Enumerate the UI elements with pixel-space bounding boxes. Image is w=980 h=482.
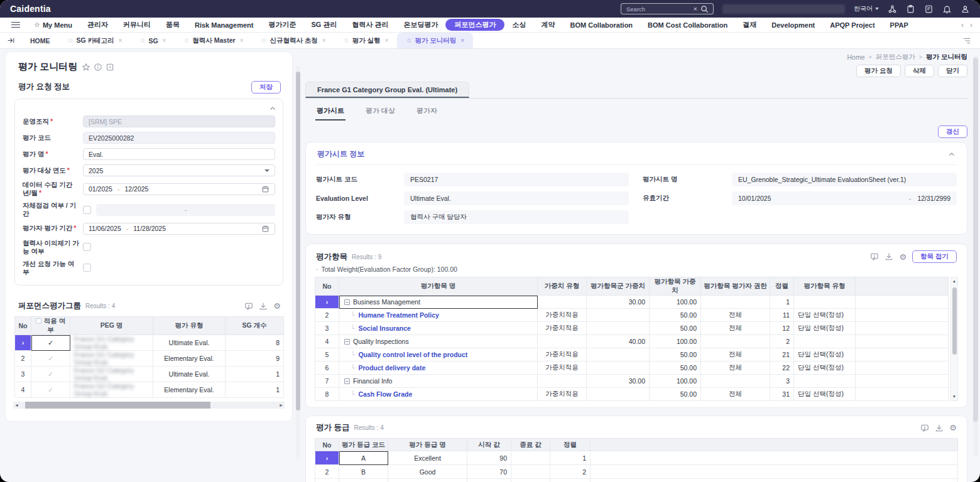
workspace-tab[interactable]: ☆ 평가 모니터링 × — [397, 33, 473, 48]
detail-tab[interactable]: 평가 대상 — [364, 102, 396, 120]
calendar-icon[interactable] — [261, 225, 270, 233]
item-name-cell[interactable]: └Cash Flow Grade — [339, 388, 538, 401]
menu-scroll-left-icon[interactable]: ‹ — [961, 21, 964, 29]
col-header[interactable]: 평가항목군 가중치 — [587, 277, 650, 296]
peg-name-cell[interactable]: France G1 Category Group Eval. — [70, 351, 153, 367]
settings-icon[interactable]: ⚙ — [949, 424, 957, 432]
end-value-cell[interactable] — [511, 479, 550, 482]
row-number-cell[interactable]: ›5 — [315, 348, 339, 362]
workspace-tab[interactable]: ☆ 신규협력사 초청 × — [252, 33, 334, 48]
scroll-right-icon[interactable]: ► — [278, 402, 285, 409]
scrollbar-thumb[interactable] — [952, 287, 957, 355]
sg-count-cell[interactable]: 1 — [226, 367, 284, 382]
favorite-icon[interactable]: ☆ — [344, 37, 349, 44]
menu-item[interactable]: ☆ PPAP — [883, 18, 916, 33]
col-header[interactable]: PEG 명 — [70, 317, 153, 335]
clear-search-icon[interactable]: × — [694, 6, 697, 13]
tab-list-icon[interactable] — [962, 33, 975, 48]
row-number-cell[interactable]: ›4 — [315, 335, 339, 348]
menu-item[interactable]: ☆ Development — [764, 18, 822, 33]
evaluation-item-row[interactable]: ›2 └Humane Treatment Policy 가중치적용 50.00 … — [315, 309, 949, 322]
col-header[interactable]: 정렬 — [550, 439, 591, 451]
item-name-cell[interactable]: Quality Inspections — [339, 335, 538, 348]
evaluation-item-row[interactable]: ›6 └Product delivery date 가중치적용 50.00 전체… — [315, 362, 949, 375]
row-number-cell[interactable]: ›7 — [315, 375, 339, 388]
item-type-cell[interactable]: 단일 선택(정성) — [794, 322, 856, 335]
manual-icon[interactable]: A — [106, 63, 114, 72]
row-number-cell[interactable]: ›3 — [315, 479, 339, 482]
close-icon[interactable]: × — [163, 37, 166, 44]
eval-type-cell[interactable]: Ultimate Eval. — [153, 367, 226, 382]
favorite-page-icon[interactable] — [82, 63, 90, 72]
col-header[interactable]: 가중치 유형 — [538, 277, 587, 296]
tree-collapse-icon[interactable] — [344, 299, 350, 305]
favorite-icon[interactable]: ☆ — [261, 37, 266, 44]
grade-code-cell[interactable]: B — [339, 465, 388, 479]
weight-type-cell[interactable] — [538, 296, 587, 309]
delete-button[interactable]: 삭제 — [905, 65, 934, 77]
item-weight-cell[interactable]: 100.00 — [650, 296, 701, 309]
self-check-checkbox[interactable] — [83, 206, 91, 214]
authority-cell[interactable] — [701, 296, 770, 309]
item-type-cell[interactable] — [794, 296, 856, 309]
col-header[interactable]: 평가항목 유형 — [794, 277, 856, 296]
menu-item[interactable]: ☆ 관리자 — [80, 18, 116, 33]
item-name-cell[interactable]: └Product delivery date — [339, 362, 538, 375]
group-weight-cell[interactable]: 40.00 — [587, 335, 650, 348]
col-header[interactable]: 평가항목 명 — [339, 277, 538, 296]
weight-type-cell[interactable]: 가중치적용 — [538, 348, 587, 362]
menu-item[interactable]: ☆ 온보딩평가 — [396, 18, 445, 33]
item-link[interactable]: Humane Treatment Policy — [358, 311, 438, 319]
sort-cell[interactable]: 2 — [550, 465, 591, 479]
peg-name-cell[interactable]: France G2 Category Group Eval. — [70, 382, 153, 398]
group-weight-cell[interactable] — [587, 348, 650, 362]
peg-row[interactable]: ›2 ✓ France G1 Category Group Eval. Elem… — [15, 351, 284, 367]
start-value-cell[interactable]: 70 — [467, 465, 511, 479]
weight-type-cell[interactable] — [538, 335, 587, 348]
col-header[interactable]: 종료 값 — [511, 439, 550, 451]
group-tab[interactable]: France G1 Category Group Eval. (Ultimate… — [305, 82, 469, 98]
peg-name-cell[interactable]: France G1 Category Group Eval. — [70, 335, 153, 351]
close-icon[interactable]: × — [119, 37, 122, 44]
end-value-cell[interactable] — [511, 451, 550, 465]
close-icon[interactable]: × — [322, 37, 326, 44]
sort-cell[interactable]: 2 — [770, 335, 794, 348]
collapse-section-icon[interactable] — [948, 151, 956, 158]
row-number-cell[interactable]: ›2 — [315, 309, 339, 322]
calendar-icon[interactable] — [261, 185, 270, 193]
detail-tab[interactable]: 평가시트 — [315, 102, 346, 120]
item-type-cell[interactable] — [794, 335, 856, 348]
scroll-down-icon[interactable]: ▼ — [952, 393, 956, 400]
settings-icon[interactable]: ⚙ — [273, 302, 281, 310]
menu-scroll-right-icon[interactable]: › — [970, 21, 972, 29]
col-header[interactable]: 정렬 — [770, 277, 794, 296]
tab-home[interactable]: HOME — [21, 33, 59, 48]
tree-collapse-icon[interactable] — [344, 339, 350, 345]
app-logo[interactable]: Caidentia — [10, 4, 51, 14]
row-number-cell[interactable]: ›1 — [315, 296, 339, 309]
grade-name-cell[interactable]: Excellent — [388, 451, 467, 465]
authority-cell[interactable]: 전체 — [701, 362, 770, 375]
refresh-button[interactable]: 갱신 — [938, 126, 967, 138]
sort-cell[interactable]: 22 — [770, 362, 794, 375]
item-type-cell[interactable]: 단일 선택(정성) — [794, 388, 856, 401]
close-icon[interactable]: × — [240, 37, 244, 44]
menu-item[interactable]: ☆ Risk Management — [187, 18, 261, 33]
col-header[interactable]: 평가 등급 코드 — [339, 439, 388, 451]
item-weight-cell[interactable]: 50.00 — [650, 348, 701, 362]
menu-item[interactable]: ☆ 평가기준 — [261, 18, 303, 33]
item-name-cell[interactable]: └Social Insurance — [339, 322, 538, 335]
improvement-checkbox[interactable] — [83, 264, 91, 272]
col-header[interactable]: 평가항목 평가자 권한 — [701, 277, 770, 296]
col-header[interactable]: 평가항목 가중치 — [650, 277, 701, 296]
grade-name-cell[interactable]: Good — [388, 465, 467, 479]
weight-type-cell[interactable]: 가중치적용 — [538, 309, 587, 322]
menu-item[interactable]: ☆ 결재 — [735, 18, 764, 33]
group-weight-cell[interactable] — [587, 309, 650, 322]
sg-count-cell[interactable]: 8 — [226, 335, 284, 351]
menu-item[interactable]: ☆ 퍼포먼스평가 — [445, 19, 504, 31]
authority-cell[interactable]: 전체 — [701, 322, 770, 335]
col-header[interactable]: 평가 유형 — [153, 317, 226, 335]
hamburger-icon[interactable] — [11, 22, 20, 28]
item-link[interactable]: Product delivery date — [358, 364, 425, 372]
